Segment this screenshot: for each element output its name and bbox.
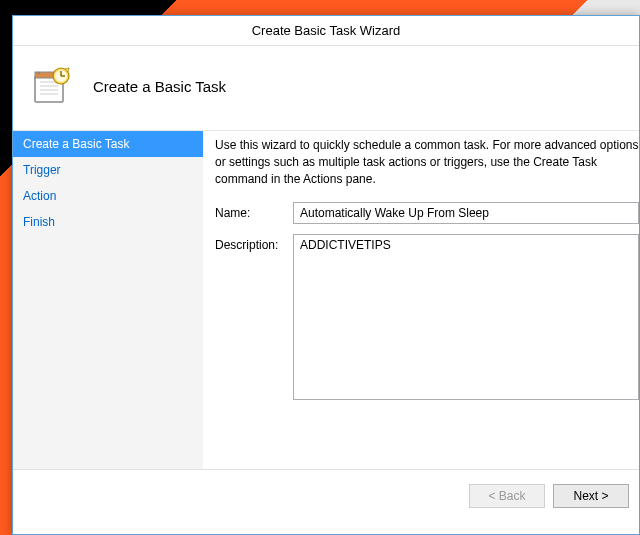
next-button[interactable]: Next > [553, 484, 629, 508]
window-titlebar[interactable]: Create Basic Task Wizard [13, 16, 639, 46]
name-row: Name: [215, 202, 639, 224]
wizard-body: Create a Basic Task Trigger Action Finis… [13, 130, 639, 469]
sidebar-item-create-basic-task[interactable]: Create a Basic Task [13, 131, 203, 157]
window-title: Create Basic Task Wizard [252, 23, 401, 38]
description-label: Description: [215, 234, 293, 252]
svg-point-2 [38, 72, 40, 74]
wizard-content: Use this wizard to quickly schedule a co… [203, 131, 639, 469]
description-row: Description: [215, 234, 639, 400]
page-title: Create a Basic Task [93, 78, 226, 95]
scheduler-icon [33, 66, 73, 106]
wizard-steps-sidebar: Create a Basic Task Trigger Action Finis… [13, 131, 203, 469]
sidebar-item-label: Action [23, 189, 56, 203]
description-textarea[interactable] [293, 234, 639, 400]
sidebar-item-label: Finish [23, 215, 55, 229]
sidebar-item-trigger[interactable]: Trigger [13, 157, 203, 183]
wizard-header: Create a Basic Task [13, 46, 639, 130]
name-label: Name: [215, 202, 293, 220]
back-button: < Back [469, 484, 545, 508]
sidebar-item-label: Trigger [23, 163, 61, 177]
wizard-footer: < Back Next > [13, 469, 639, 534]
sidebar-item-finish[interactable]: Finish [13, 209, 203, 235]
instructions-text: Use this wizard to quickly schedule a co… [215, 137, 639, 188]
name-input[interactable] [293, 202, 639, 224]
sidebar-item-label: Create a Basic Task [23, 137, 130, 151]
sidebar-item-action[interactable]: Action [13, 183, 203, 209]
wizard-window: Create Basic Task Wizard Create a Basic … [12, 15, 640, 535]
